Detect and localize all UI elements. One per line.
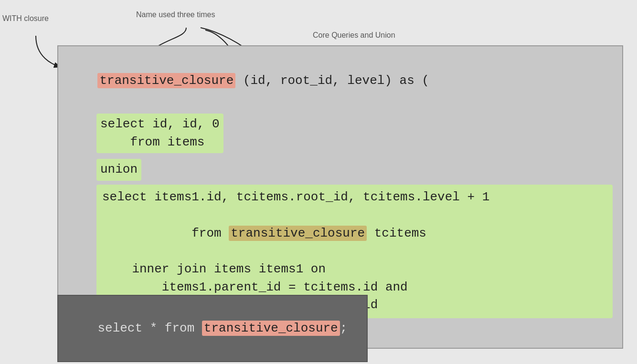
- bottom-select-text: select * from: [97, 321, 202, 335]
- bottom-code-block: select * from transitive_closure;: [57, 295, 368, 362]
- code-from-1: from items: [100, 134, 220, 152]
- tcitems: tcitems: [367, 226, 426, 240]
- highlight-transitive-closure-1: transitive_closure: [97, 73, 235, 88]
- core-queries-label: Core Queries and Union: [313, 31, 395, 40]
- code-union: union: [100, 162, 138, 177]
- bottom-semicolon: ;: [340, 321, 348, 335]
- highlight-transitive-closure-3: transitive_closure: [202, 321, 340, 336]
- green-block-1: select id, id, 0 from items: [68, 112, 613, 155]
- from-keyword: from: [162, 226, 229, 240]
- union-line-wrapper: union: [68, 157, 613, 183]
- union-block: union: [96, 159, 141, 181]
- select-from-block: select id, id, 0 from items: [96, 114, 223, 153]
- code-select-1: select id, id, 0: [100, 115, 220, 134]
- code-cond-1: items1.parent_id = tcitems.id and: [102, 279, 607, 297]
- code-from-2: from transitive_closure tcitems: [102, 207, 607, 260]
- code-line-1-rest: (id, root_id, level) as (: [235, 73, 429, 88]
- with-closure-label: WITH closure: [2, 14, 49, 23]
- name-used-label: Name used three times: [136, 10, 215, 19]
- code-inner: inner join items items1 on: [102, 260, 607, 279]
- highlight-transitive-closure-2: transitive_closure: [229, 226, 367, 241]
- code-select-2: select items1.id, tcitems.root_id, tcite…: [102, 188, 607, 207]
- code-line-1: transitive_closure (id, root_id, level) …: [68, 54, 613, 108]
- bottom-code-line: select * from transitive_closure;: [68, 302, 357, 355]
